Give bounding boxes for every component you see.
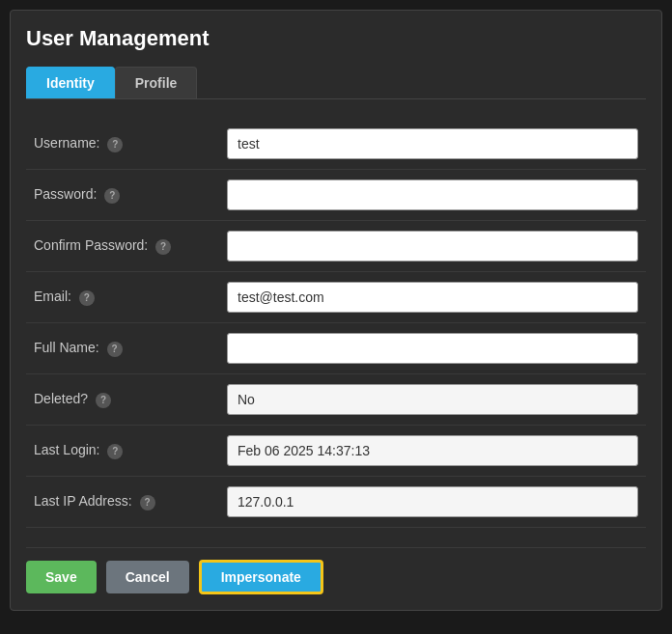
deleted-value: No xyxy=(227,384,638,415)
username-input[interactable] xyxy=(227,128,638,159)
password-input[interactable] xyxy=(227,179,638,210)
email-label: Email: ? xyxy=(26,272,219,323)
footer-actions: Save Cancel Impersonate xyxy=(26,547,646,594)
email-help-icon[interactable]: ? xyxy=(79,290,95,306)
deleted-label: Deleted? ? xyxy=(26,374,219,426)
fullname-help-icon[interactable]: ? xyxy=(107,342,123,357)
last-ip-value-cell: 127.0.0.1 xyxy=(219,477,646,528)
confirm-password-input[interactable] xyxy=(227,231,638,262)
last-login-value: Feb 06 2025 14:37:13 xyxy=(227,435,638,466)
tab-identity[interactable]: Identity xyxy=(26,67,115,98)
fullname-input[interactable] xyxy=(227,333,638,364)
fullname-label: Full Name: ? xyxy=(26,323,219,374)
table-row: Username: ? xyxy=(26,119,646,170)
username-field-cell xyxy=(219,119,646,170)
deleted-help-icon[interactable]: ? xyxy=(96,393,111,408)
table-row: Full Name: ? xyxy=(26,323,646,374)
confirm-password-help-icon[interactable]: ? xyxy=(155,239,171,255)
table-row: Confirm Password: ? xyxy=(26,221,646,272)
table-row: Last Login: ? Feb 06 2025 14:37:13 xyxy=(26,426,646,477)
email-input[interactable] xyxy=(227,282,638,313)
table-row: Email: ? xyxy=(26,272,646,323)
save-button[interactable]: Save xyxy=(26,561,97,593)
username-help-icon[interactable]: ? xyxy=(107,137,123,152)
tab-profile[interactable]: Profile xyxy=(115,67,198,98)
table-row: Password: ? xyxy=(26,170,646,221)
last-login-label: Last Login: ? xyxy=(26,426,219,477)
cancel-button[interactable]: Cancel xyxy=(106,561,189,593)
confirm-password-label: Confirm Password: ? xyxy=(26,221,219,272)
impersonate-button[interactable]: Impersonate xyxy=(199,560,323,594)
table-row: Deleted? ? No xyxy=(26,374,646,426)
page-title: User Management xyxy=(26,26,646,51)
password-field-cell xyxy=(219,170,646,221)
last-ip-help-icon[interactable]: ? xyxy=(140,495,155,510)
password-help-icon[interactable]: ? xyxy=(104,188,120,204)
identity-form: Username: ? Password: ? xyxy=(26,119,646,528)
last-login-help-icon[interactable]: ? xyxy=(107,444,123,459)
deleted-value-cell: No xyxy=(219,374,646,426)
password-label: Password: ? xyxy=(26,170,219,221)
email-field-cell xyxy=(219,272,646,323)
last-login-value-cell: Feb 06 2025 14:37:13 xyxy=(219,426,646,477)
table-row: Last IP Address: ? 127.0.0.1 xyxy=(26,477,646,528)
last-ip-value: 127.0.0.1 xyxy=(227,486,638,517)
username-label: Username: ? xyxy=(26,119,219,170)
last-ip-label: Last IP Address: ? xyxy=(26,477,219,528)
confirm-password-field-cell xyxy=(219,221,646,272)
tab-bar: Identity Profile xyxy=(26,67,646,99)
fullname-field-cell xyxy=(219,323,646,374)
user-management-panel: User Management Identity Profile Usernam… xyxy=(10,10,662,611)
